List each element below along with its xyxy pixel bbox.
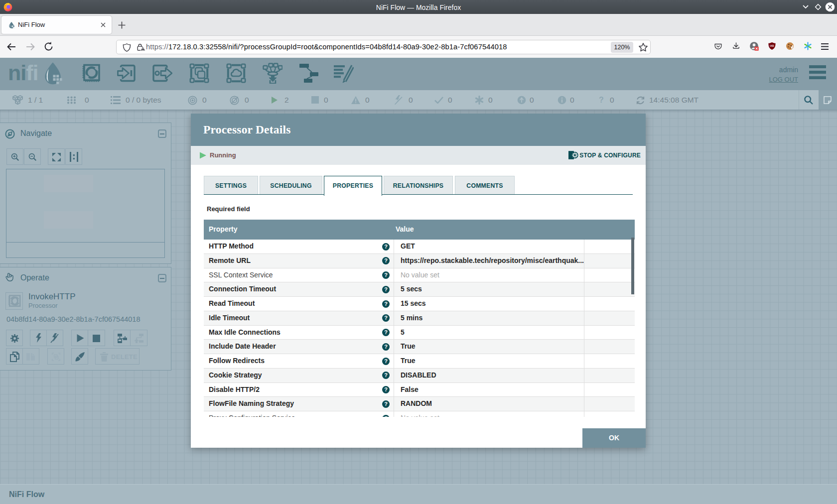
svg-text:UO: UO xyxy=(770,44,774,47)
